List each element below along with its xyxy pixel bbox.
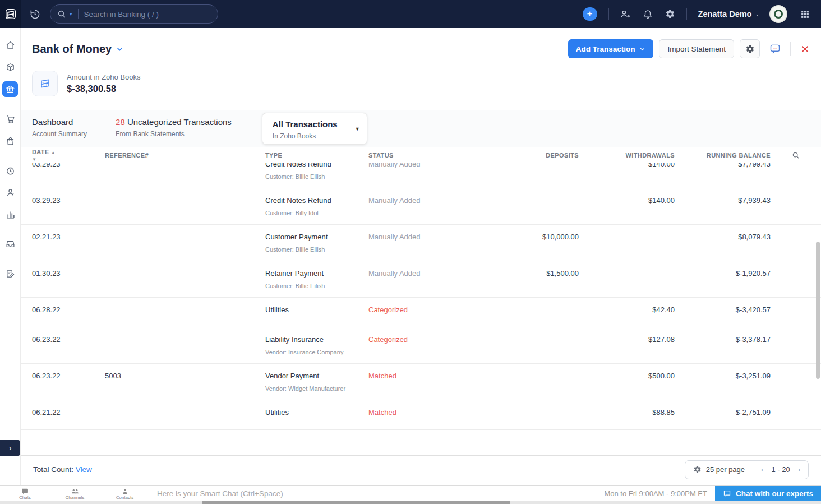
account-selector[interactable]: Bank of Money — [32, 43, 123, 56]
view-tabs: Dashboard Account Summary 28 Uncategoriz… — [21, 110, 821, 147]
total-count-label: Total Count: — [33, 465, 73, 474]
contacts-label: Contacts — [116, 495, 134, 500]
search-input[interactable] — [84, 10, 191, 19]
gear-icon — [693, 465, 702, 474]
table-body: 03.29.23 Credit Notes RefundCustomer: Bi… — [21, 163, 821, 441]
tab-dashboard[interactable]: Dashboard Account Summary — [21, 110, 102, 147]
sidebar-item-banking-icon[interactable] — [2, 81, 18, 97]
org-name-label: Zenatta Demo — [698, 10, 752, 19]
sidebar-item-documents-icon[interactable] — [2, 236, 18, 252]
table-row[interactable]: 02.21.23 Customer PaymentCustomer: Billi… — [21, 225, 821, 261]
column-running-balance: RUNNING BALANCE — [675, 152, 771, 159]
table-row[interactable]: 06.23.22 5003 Vendor PaymentVendor: Widg… — [21, 364, 821, 400]
top-bar: ▾ + Zenatta Demo ⌄ — [0, 0, 821, 28]
global-search[interactable]: ▾ — [50, 4, 218, 24]
sidebar-item-items-icon[interactable] — [2, 59, 18, 75]
list-footer: Total Count: View 25 per page ‹ 1 - 20 › — [21, 455, 821, 483]
status-badge: Categorized — [368, 306, 489, 319]
amount-summary: Amount in Zoho Books $-38,300.58 — [21, 66, 821, 110]
import-statement-label: Import Statement — [667, 45, 726, 53]
zoho-books-logo[interactable] — [0, 0, 21, 28]
add-transaction-button[interactable]: Add Transaction — [568, 39, 654, 58]
next-page-icon[interactable]: › — [798, 465, 800, 474]
horizontal-scrollbar[interactable] — [0, 501, 821, 504]
tab-dropdown-caret-icon[interactable]: ▼ — [348, 113, 367, 144]
table-row[interactable]: 06.28.22 Utilities Categorized $42.40 $-… — [21, 298, 821, 327]
import-statement-button[interactable]: Import Statement — [659, 39, 734, 58]
sidebar-item-purchases-icon[interactable] — [2, 133, 18, 149]
account-settings-gear-icon[interactable] — [740, 39, 760, 58]
sidebar-item-time-icon[interactable] — [2, 163, 18, 178]
user-avatar[interactable] — [769, 5, 787, 23]
column-type: TYPE — [265, 152, 368, 159]
table-row[interactable]: 06.21.22 Utilities Matched $88.85 $-2,75… — [21, 400, 821, 430]
table-search-icon[interactable] — [771, 151, 821, 159]
settings-gear-icon[interactable] — [659, 3, 681, 25]
status-badge: Matched — [368, 408, 489, 422]
per-page-selector[interactable]: 25 per page — [685, 461, 753, 479]
divider — [790, 42, 791, 56]
chat-icon — [723, 489, 731, 498]
sidebar-item-edit-doc-icon[interactable] — [2, 266, 18, 281]
page-range-label: 1 - 20 — [771, 465, 790, 474]
apps-grid-icon[interactable] — [794, 3, 815, 25]
quick-create-button[interactable]: + — [583, 7, 597, 21]
status-badge: Manually Added — [368, 196, 489, 216]
vertical-scrollbar[interactable] — [816, 242, 820, 379]
sidebar-item-home-icon[interactable] — [2, 37, 18, 53]
chat-with-experts-button[interactable]: Chat with our experts — [715, 486, 821, 501]
table-header: DATE▲▼ REFERENCE# TYPE STATUS DEPOSITS W… — [21, 147, 821, 163]
comments-icon[interactable] — [765, 39, 785, 58]
sidebar-expand-button[interactable]: › — [0, 440, 20, 456]
org-switcher[interactable]: Zenatta Demo ⌄ — [698, 10, 759, 19]
chevron-down-icon — [639, 46, 645, 52]
contacts-tab[interactable]: Contacts — [100, 486, 150, 501]
table-row[interactable]: 03.29.23 Credit Notes RefundCustomer: Bi… — [21, 188, 821, 225]
pagination: 25 per page ‹ 1 - 20 › — [685, 460, 809, 479]
support-hours-label: Mon to Fri 9:00AM - 9:00PM ET — [596, 486, 715, 501]
divider — [686, 8, 687, 20]
column-date[interactable]: DATE▲▼ — [32, 149, 105, 162]
amount-value: $-38,300.58 — [67, 84, 141, 94]
column-status: STATUS — [368, 152, 489, 159]
chats-label: Chats — [19, 495, 31, 500]
scrollbar-thumb[interactable] — [202, 501, 510, 504]
table-row[interactable]: 03.29.23 Credit Notes RefundCustomer: Bi… — [21, 163, 821, 188]
total-count-view-link[interactable]: View — [76, 465, 92, 474]
zoho-books-badge-icon — [32, 71, 58, 96]
chat-with-experts-label: Chat with our experts — [736, 489, 813, 498]
chats-tab[interactable]: Chats — [0, 486, 50, 501]
chevron-down-icon — [116, 45, 123, 53]
table-row[interactable]: 01.30.23 Retainer PaymentCustomer: Billi… — [21, 261, 821, 298]
table-row[interactable]: 06.23.22 Liability InsuranceVendor: Insu… — [21, 327, 821, 364]
amount-label: Amount in Zoho Books — [67, 73, 141, 81]
person-icon — [122, 488, 128, 495]
column-withdrawals: WITHDRAWALS — [579, 152, 675, 159]
status-badge: Manually Added — [368, 163, 489, 180]
notifications-bell-icon[interactable] — [637, 3, 658, 25]
status-badge: Manually Added — [368, 269, 489, 289]
recent-history-icon[interactable] — [24, 3, 45, 25]
close-icon[interactable] — [796, 39, 813, 58]
divider — [608, 8, 609, 20]
chevron-down-icon: ⌄ — [755, 11, 759, 17]
uncategorized-count: 28 — [116, 117, 125, 127]
sidebar-item-accountant-icon[interactable] — [2, 184, 18, 200]
prev-page-icon[interactable]: ‹ — [761, 465, 763, 474]
sidebar-item-sales-icon[interactable] — [2, 111, 18, 127]
tab-all-transactions[interactable]: All Transactions In Zoho Books ▼ — [262, 113, 367, 145]
search-scope-chevron-icon[interactable]: ▾ — [70, 11, 72, 17]
refer-users-icon[interactable] — [615, 3, 636, 25]
status-badge: Categorized — [368, 335, 489, 355]
column-deposits: DEPOSITS — [489, 152, 579, 159]
main-content: Bank of Money Add Transaction Import Sta… — [21, 28, 821, 485]
search-icon — [57, 10, 66, 19]
channels-tab[interactable]: Channels — [50, 486, 100, 501]
people-group-icon — [71, 488, 79, 495]
status-badge: Matched — [368, 372, 489, 392]
sidebar-item-reports-icon[interactable] — [2, 206, 18, 222]
chat-bubble-icon — [21, 488, 29, 495]
tab-uncategorized[interactable]: 28 Uncategorized Transactions From Bank … — [102, 110, 246, 147]
tab-uncategorized-subtitle: From Bank Statements — [116, 130, 232, 138]
smart-chat-input[interactable] — [157, 489, 596, 498]
